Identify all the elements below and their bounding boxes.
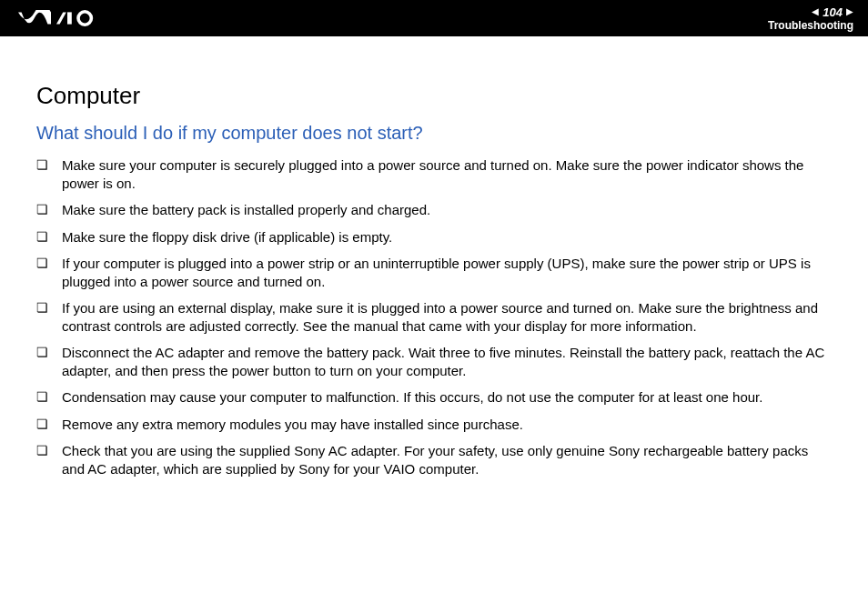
prev-page-arrow[interactable]: ◀ xyxy=(812,7,819,16)
list-item: Disconnect the AC adapter and remove the… xyxy=(36,344,832,379)
svg-rect-0 xyxy=(67,12,72,24)
list-item: Check that you are using the supplied So… xyxy=(36,442,832,477)
list-item: If your computer is plugged into a power… xyxy=(36,255,832,290)
list-item: Condensation may cause your computer to … xyxy=(36,388,832,407)
list-item: Make sure your computer is securely plug… xyxy=(36,156,832,192)
list-item: Make sure the floppy disk drive (if appl… xyxy=(36,228,832,246)
page-root: ◀ 104 ▶ Troubleshooting Computer What sh… xyxy=(0,0,868,613)
page-number: 104 xyxy=(823,6,843,18)
vaio-logo-svg xyxy=(18,10,106,26)
section-label: Troubleshooting xyxy=(768,20,853,31)
list-item: If you are using an external display, ma… xyxy=(36,299,832,335)
list-item: Remove any extra memory modules you may … xyxy=(36,416,832,434)
header-right: ◀ 104 ▶ Troubleshooting xyxy=(768,6,853,31)
next-page-arrow[interactable]: ▶ xyxy=(846,7,853,16)
page-subtitle: What should I do if my computer does not… xyxy=(36,123,832,144)
header-bar: ◀ 104 ▶ Troubleshooting xyxy=(0,0,868,36)
list-item: Make sure the battery pack is installed … xyxy=(36,201,832,219)
bullet-list: Make sure your computer is securely plug… xyxy=(36,156,832,477)
content-area: Computer What should I do if my computer… xyxy=(0,36,868,613)
vaio-logo xyxy=(18,10,106,26)
svg-point-1 xyxy=(78,12,91,25)
page-title: Computer xyxy=(36,82,832,110)
page-nav: ◀ 104 ▶ xyxy=(812,6,853,18)
